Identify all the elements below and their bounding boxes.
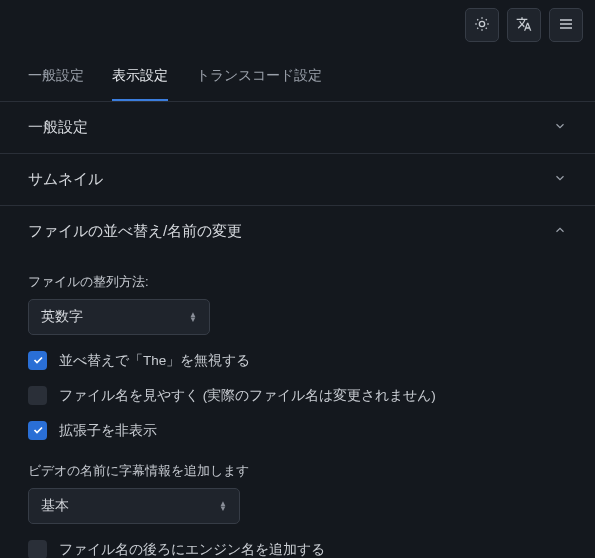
section-thumbnails: サムネイル (0, 154, 595, 206)
hide-ext-row: 拡張子を非表示 (28, 421, 567, 440)
theme-toggle-button[interactable] (465, 8, 499, 42)
section-thumbnails-header[interactable]: サムネイル (0, 154, 595, 205)
prettify-label: ファイル名を見やすく (実際のファイル名は変更されません) (59, 387, 436, 405)
append-engine-checkbox[interactable] (28, 540, 47, 558)
chevron-down-icon (553, 171, 567, 188)
section-general: 一般設定 (0, 102, 595, 154)
subtitle-info-label: ビデオの名前に字幕情報を追加します (28, 462, 567, 480)
language-button[interactable] (507, 8, 541, 42)
topbar (0, 0, 595, 51)
tab-display[interactable]: 表示設定 (112, 51, 168, 101)
hide-ext-label: 拡張子を非表示 (59, 422, 157, 440)
sort-method-select[interactable]: 英数字 ▲▼ (28, 299, 210, 335)
section-title: サムネイル (28, 170, 103, 189)
sun-icon (474, 16, 490, 35)
select-value: 基本 (41, 497, 69, 515)
select-value: 英数字 (41, 308, 83, 326)
append-engine-label: ファイル名の後ろにエンジン名を追加する (59, 541, 325, 559)
section-title: ファイルの並べ替え/名前の変更 (28, 222, 242, 241)
tab-transcoding[interactable]: トランスコード設定 (196, 51, 322, 101)
append-engine-row: ファイル名の後ろにエンジン名を追加する (28, 540, 567, 558)
prettify-row: ファイル名を見やすく (実際のファイル名は変更されません) (28, 386, 567, 405)
updown-icon: ▲▼ (219, 501, 227, 511)
check-icon (32, 423, 44, 439)
section-sort-rename: ファイルの並べ替え/名前の変更 ファイルの整列方法: 英数字 ▲▼ 並べ替えで「… (0, 206, 595, 558)
hide-ext-checkbox[interactable] (28, 421, 47, 440)
ignore-the-checkbox[interactable] (28, 351, 47, 370)
translate-icon (516, 16, 532, 35)
hamburger-icon (558, 16, 574, 35)
menu-button[interactable] (549, 8, 583, 42)
sort-method-label: ファイルの整列方法: (28, 273, 567, 291)
section-general-header[interactable]: 一般設定 (0, 102, 595, 153)
updown-icon: ▲▼ (189, 312, 197, 322)
section-title: 一般設定 (28, 118, 88, 137)
tab-general[interactable]: 一般設定 (28, 51, 84, 101)
chevron-down-icon (553, 119, 567, 136)
chevron-up-icon (553, 223, 567, 240)
ignore-the-row: 並べ替えで「The」を無視する (28, 351, 567, 370)
section-sort-rename-body: ファイルの整列方法: 英数字 ▲▼ 並べ替えで「The」を無視する ファイル名を… (0, 257, 595, 558)
section-sort-rename-header[interactable]: ファイルの並べ替え/名前の変更 (0, 206, 595, 257)
tabs: 一般設定 表示設定 トランスコード設定 (0, 51, 595, 102)
prettify-checkbox[interactable] (28, 386, 47, 405)
ignore-the-label: 並べ替えで「The」を無視する (59, 352, 250, 370)
subtitle-info-select[interactable]: 基本 ▲▼ (28, 488, 240, 524)
svg-point-0 (479, 21, 484, 26)
check-icon (32, 353, 44, 369)
